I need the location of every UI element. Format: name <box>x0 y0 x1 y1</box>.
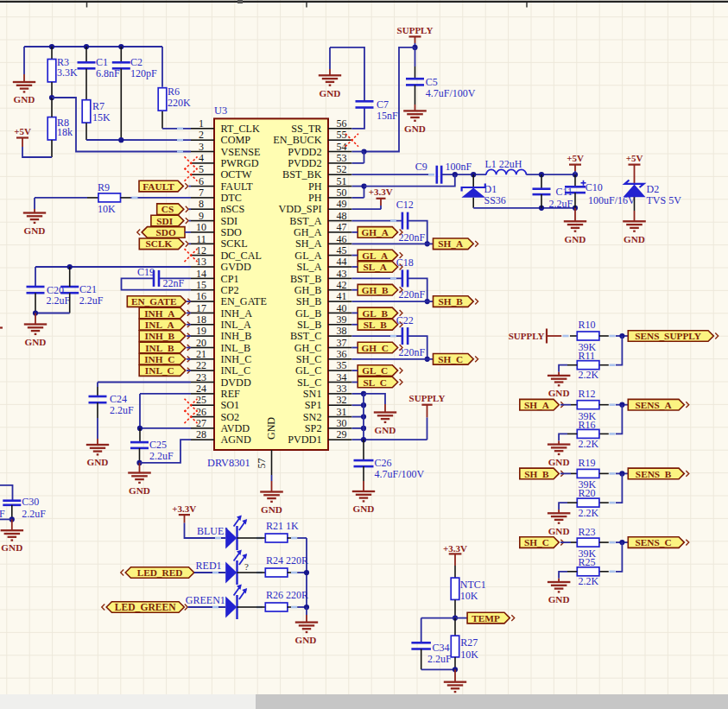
svg-text:R27: R27 <box>460 636 478 649</box>
svg-text:GND: GND <box>353 503 375 514</box>
svg-text:45: 45 <box>337 244 347 256</box>
svg-text:34: 34 <box>337 371 347 383</box>
svg-text:15nF: 15nF <box>377 110 398 122</box>
svg-text:INL_C: INL_C <box>145 365 174 376</box>
svg-text:INH_A: INH_A <box>221 307 253 320</box>
svg-text:SH_B: SH_B <box>524 469 549 479</box>
svg-text:GL_C: GL_C <box>295 364 321 377</box>
svg-text:52: 52 <box>337 163 347 175</box>
svg-text:EN_GATE: EN_GATE <box>131 296 177 307</box>
svg-text:INH_B: INH_B <box>145 331 175 341</box>
svg-text:C12: C12 <box>396 199 414 211</box>
svg-text:GND: GND <box>265 417 277 440</box>
svg-text:16: 16 <box>196 290 206 302</box>
svg-text:15: 15 <box>196 279 206 291</box>
svg-text:DRV8301: DRV8301 <box>207 457 250 469</box>
svg-text:15K: 15K <box>92 111 111 123</box>
svg-text:8: 8 <box>199 198 204 210</box>
svg-text:L1 22uH: L1 22uH <box>485 158 522 170</box>
svg-text:2.2uF: 2.2uF <box>79 294 104 307</box>
svg-text:SENS_C: SENS_C <box>636 537 672 548</box>
svg-text:D2: D2 <box>647 183 660 195</box>
svg-text:PVDD2: PVDD2 <box>288 157 321 169</box>
svg-text:4.7uF/100V: 4.7uF/100V <box>426 87 476 99</box>
svg-text:18k: 18k <box>57 126 73 138</box>
svg-text:GND: GND <box>87 457 109 467</box>
svg-text:SO1: SO1 <box>221 399 240 411</box>
svg-text:SENS_A: SENS_A <box>636 400 673 410</box>
svg-text:2.2uF: 2.2uF <box>46 294 70 307</box>
svg-text:21: 21 <box>196 348 206 360</box>
svg-text:GND: GND <box>14 94 35 104</box>
svg-text:25: 25 <box>196 394 206 406</box>
svg-text:57: 57 <box>256 459 268 469</box>
svg-text:SCLK: SCLK <box>146 238 173 249</box>
svg-text:12: 12 <box>196 244 206 256</box>
svg-text:VSENSE: VSENSE <box>221 146 261 158</box>
svg-text:R20: R20 <box>579 487 596 499</box>
svg-text:LED_GREEN: LED_GREEN <box>115 602 176 613</box>
svg-text:CP2: CP2 <box>221 284 239 296</box>
svg-text:R12: R12 <box>579 388 596 400</box>
svg-text:SH_B: SH_B <box>439 296 464 307</box>
svg-text:GL_B: GL_B <box>295 307 321 320</box>
svg-text:48: 48 <box>337 210 347 222</box>
svg-text:REF: REF <box>221 388 241 400</box>
svg-text:19: 19 <box>196 325 206 337</box>
svg-text:GH_C: GH_C <box>294 342 322 354</box>
svg-text:GH_C: GH_C <box>362 343 389 353</box>
svg-text:C9: C9 <box>415 161 427 173</box>
svg-text:44: 44 <box>337 256 347 268</box>
svg-text:2.2K: 2.2K <box>579 575 599 587</box>
svg-text:DTC: DTC <box>221 192 242 204</box>
svg-text:GND: GND <box>624 234 645 244</box>
svg-text:SL_A: SL_A <box>363 262 387 272</box>
svg-text:SDO: SDO <box>156 227 176 237</box>
svg-text:2.2K: 2.2K <box>579 369 599 381</box>
svg-text:VDD_SPI: VDD_SPI <box>278 203 321 215</box>
svg-text:SL_A: SL_A <box>296 261 321 273</box>
svg-text:42: 42 <box>337 279 347 291</box>
svg-text:SH_A: SH_A <box>524 400 550 410</box>
svg-text:LED_RED: LED_RED <box>137 567 183 578</box>
svg-text:41: 41 <box>337 290 347 302</box>
svg-text:49: 49 <box>337 198 347 210</box>
svg-text:10K: 10K <box>460 590 478 602</box>
svg-text:RT_CLK: RT_CLK <box>221 123 261 135</box>
svg-text:INL_B: INL_B <box>145 343 174 353</box>
svg-text:PVDD2: PVDD2 <box>288 146 321 158</box>
svg-text:2.2uF: 2.2uF <box>22 508 46 520</box>
svg-text:2.2uF: 2.2uF <box>110 404 134 416</box>
svg-text:2.2uF: 2.2uF <box>549 198 573 210</box>
svg-text:U3: U3 <box>214 104 227 117</box>
svg-text:GL_B: GL_B <box>362 308 388 319</box>
svg-text:BST_B: BST_B <box>290 273 322 285</box>
svg-text:NTC1: NTC1 <box>460 579 486 591</box>
svg-text:26: 26 <box>196 406 206 418</box>
svg-text:13: 13 <box>196 256 206 268</box>
svg-text:BST_BK: BST_BK <box>282 168 322 180</box>
svg-text:FAULT: FAULT <box>142 181 174 192</box>
svg-text:C5: C5 <box>426 76 438 88</box>
svg-text:50: 50 <box>337 187 347 199</box>
svg-text:43: 43 <box>337 268 347 280</box>
svg-text:4: 4 <box>199 152 204 164</box>
svg-text:R11: R11 <box>579 350 596 362</box>
svg-text:C1: C1 <box>96 56 108 68</box>
svg-text:SH_A: SH_A <box>438 238 464 249</box>
svg-text:C7: C7 <box>377 98 389 111</box>
svg-text:nSCS: nSCS <box>221 203 245 215</box>
svg-text:INL_A: INL_A <box>145 320 175 330</box>
svg-text:37: 37 <box>337 337 347 349</box>
svg-text:55: 55 <box>337 129 347 141</box>
svg-text:SN2: SN2 <box>303 411 322 423</box>
svg-text:R10: R10 <box>579 319 596 331</box>
svg-text:RED1: RED1 <box>196 560 222 572</box>
svg-text:GREEN1: GREEN1 <box>186 594 225 606</box>
svg-text:53: 53 <box>337 152 347 164</box>
svg-text:100nF: 100nF <box>445 161 472 173</box>
svg-text:3: 3 <box>199 141 204 153</box>
svg-text:220K: 220K <box>168 97 191 109</box>
svg-text:10: 10 <box>196 221 206 233</box>
svg-text:SDO: SDO <box>221 226 243 238</box>
